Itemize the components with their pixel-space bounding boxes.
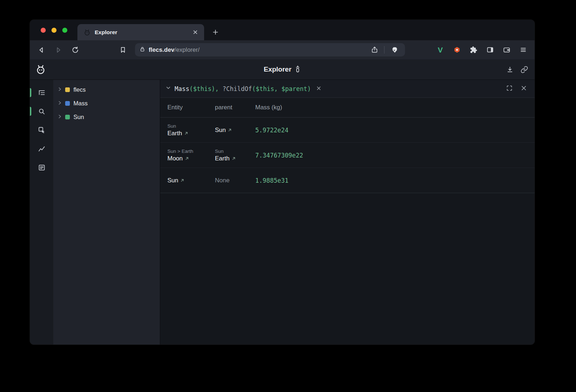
explorer-header: Explorer [30,59,535,80]
chevron-down-icon[interactable] [166,85,171,92]
tree-item-label: flecs [73,86,86,93]
address-bar[interactable]: flecs.dev/explorer/ [135,43,405,56]
active-indicator [30,107,31,116]
zoom-window-button[interactable] [62,28,67,33]
entity-parent-path: Sun [167,123,215,129]
extensions-group: V [434,44,530,56]
parent-none-label: None [215,177,255,184]
parent-name: Sun [215,127,226,134]
page-title-text: Explorer [264,65,291,73]
header-actions [504,63,530,76]
share-icon[interactable] [368,44,381,56]
query-term: Mass [175,85,189,92]
vue-logo: V [438,46,443,54]
external-link-icon [184,130,188,137]
toolbar-divider [384,46,384,54]
share-link-icon[interactable] [518,63,530,76]
mass-value: 7.34767309e22 [255,152,535,159]
hexagon-extension-icon[interactable] [451,44,463,56]
forward-button[interactable] [51,43,66,57]
parent-cell: None [215,177,255,184]
column-header-entity: Entity [167,104,215,111]
window-controls [41,28,67,33]
back-button[interactable] [34,43,49,57]
entity-link[interactable]: Moon [167,155,215,162]
reload-button[interactable] [68,43,82,57]
query-panel: Mass($this), ?ChildOf($this, $parent) En… [160,80,535,345]
page-title: Explorer [264,65,301,74]
parent-parent-path: Sun [215,149,255,154]
close-query-icon[interactable] [521,85,527,92]
mass-value: 5.9722e24 [255,127,535,134]
inspector-panel-button[interactable] [30,124,53,136]
parent-link[interactable]: Sun [215,127,255,134]
flecs-logo-icon [35,64,46,75]
entity-link[interactable]: Earth [167,130,215,137]
parent-cell: Sun [215,127,255,134]
close-window-button[interactable] [41,28,46,33]
table-row: Sun None 1.9885e31 [160,168,535,193]
query-args: ($this), [189,85,222,92]
entity-tree-panel: flecs Mass Sun [53,80,160,345]
entity-color-swatch [65,115,70,119]
tree-item-label: Mass [73,100,87,107]
bookmark-icon[interactable] [116,43,130,57]
chevron-right-icon[interactable] [58,86,62,93]
download-icon[interactable] [504,63,516,76]
entity-parent-path: Sun > Earth [167,149,215,154]
column-header-mass: Mass (kg) [255,104,535,111]
extensions-puzzle-icon[interactable] [467,44,480,56]
panel-rail [30,80,53,345]
tab-title: Explorer [95,29,187,36]
external-link-icon [228,127,232,134]
parent-link[interactable]: Earth [215,155,255,162]
new-tab-button[interactable] [210,27,221,38]
tree-item-sun[interactable]: Sun [53,110,160,124]
entity-cell: Sun Earth [167,123,215,137]
entity-color-swatch [65,101,70,106]
query-panel-button[interactable] [30,105,53,118]
external-link-icon [232,155,236,162]
query-input[interactable]: Mass($this), ?ChildOf($this, $parent) [175,85,311,92]
entity-name: Sun [167,177,178,184]
entity-cell: Sun [167,177,215,184]
entity-link[interactable]: Sun [167,177,215,184]
remote-connection-icon[interactable] [295,65,301,74]
url-path: /explorer/ [175,46,200,53]
sidebar-toggle-icon[interactable] [484,44,496,56]
wallet-icon[interactable] [500,44,513,56]
parent-name: Earth [215,155,230,162]
entity-cell: Sun > Earth Moon [167,149,215,162]
url-text: flecs.dev/explorer/ [149,46,199,53]
flecs-favicon-icon [83,28,91,36]
clear-query-icon[interactable] [316,86,321,92]
parent-cell: Sun Earth [215,149,255,162]
browser-tab-explorer[interactable]: Explorer [77,24,204,40]
entity-tree-panel-button[interactable] [30,86,53,99]
stats-panel-button[interactable] [30,142,53,155]
browser-toolbar: flecs.dev/explorer/ V [30,40,535,59]
query-args: ($this, $parent) [252,85,311,92]
explorer-body: flecs Mass Sun Mass($this), ?ChildOf($th… [30,80,535,345]
column-header-parent: parent [215,104,255,111]
browser-window: Explorer flecs. [30,20,535,345]
fullscreen-icon[interactable] [506,85,513,93]
vue-devtools-icon[interactable]: V [434,44,446,56]
tab-close-icon[interactable] [191,28,199,37]
menu-icon[interactable] [517,44,529,56]
chevron-right-icon[interactable] [58,114,62,120]
query-term: ?ChildOf [222,85,252,92]
results-table-header: Entity parent Mass (kg) [160,98,535,118]
mass-value: 1.9885e31 [255,177,535,184]
url-domain: flecs.dev [149,46,175,53]
minimize-window-button[interactable] [51,28,57,33]
tree-item-mass[interactable]: Mass [53,96,160,110]
table-row: Sun Earth Sun 5.9722e24 [160,118,535,143]
query-header: Mass($this), ?ChildOf($this, $parent) [160,80,535,98]
chevron-right-icon[interactable] [58,100,62,106]
tree-item-flecs[interactable]: flecs [53,83,160,96]
entity-name: Moon [167,155,183,162]
console-panel-button[interactable] [30,161,53,174]
external-link-icon [185,155,189,162]
brave-shields-icon[interactable] [388,44,400,56]
